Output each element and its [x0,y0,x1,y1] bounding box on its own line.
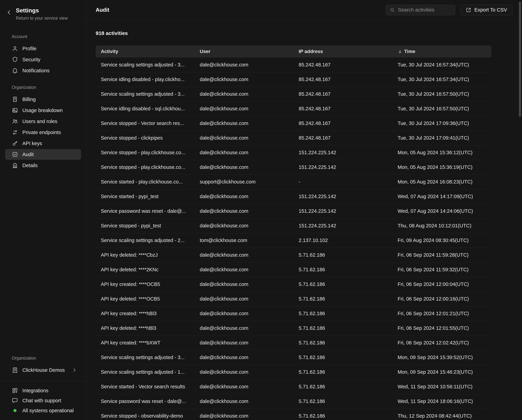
cell-activity: Service stopped - observability-demo [96,409,195,420]
sidebar-item-chat-with-support[interactable]: Chat with support [5,396,81,405]
sidebar-item-usage-breakdown[interactable]: Usage breakdown [5,105,81,116]
table-row[interactable]: API key created: ****OCB5dale@clickhouse… [96,277,491,292]
sidebar-item-security[interactable]: Security [5,54,81,65]
cell-time: Fri, 06 Sep 2024 12:00:04(UTC) [392,277,491,292]
table-row[interactable]: Service stopped - play.clickhouse.co...d… [96,160,491,175]
back-button[interactable] [6,9,13,16]
cell-ip: 5.71.62.186 [293,350,392,365]
cell-activity: API key deleted: ****OCB5 [96,292,195,306]
search-box[interactable] [386,5,455,15]
table-row[interactable]: API key deleted: ****OCB5dale@clickhouse… [96,292,491,306]
cell-user: dale@clickhouse.com [195,218,293,233]
cell-ip: 5.71.62.186 [293,292,392,306]
cell-user: dale@clickhouse.com [195,321,293,335]
sidebar-item-profile[interactable]: Profile [5,43,81,54]
sidebar-item-private-endpoints[interactable]: Private endpoints [5,127,81,138]
table-row[interactable]: Service idling disabled - sql.clickhou..… [96,101,491,116]
cell-user: dale@clickhouse.com [195,101,293,116]
table-row[interactable]: API key created: ****hBl3dale@clickhouse… [96,306,491,321]
col-time[interactable]: Time [392,46,491,57]
return-link[interactable]: Return to your service view [16,16,68,21]
sidebar-item-label: Users and roles [22,119,57,124]
cell-user: dale@clickhouse.com [195,409,293,420]
table-row[interactable]: Service scaling settings adjusted - 3...… [96,87,491,101]
cell-time: Mon, 05 Aug 2024 15:36:12(UTC) [392,145,491,160]
sidebar-item-label: API keys [22,141,42,146]
table-row[interactable]: Service stopped - observability-demodale… [96,409,491,420]
table-row[interactable]: Service idling disabled - play.clickho..… [96,72,491,87]
scrollbar[interactable] [519,2,521,117]
sidebar-item-audit[interactable]: Audit [5,149,81,160]
sidebar-item-details[interactable]: Details [5,160,81,171]
cell-ip: 85.242.48.167 [293,131,392,145]
search-input[interactable] [398,7,451,13]
table-row[interactable]: API key deleted: ****CbzJdale@clickhouse… [96,248,491,262]
cell-user: dale@clickhouse.com [195,189,293,204]
table-row[interactable]: Service started - play.clickhouse.co...s… [96,175,491,189]
cell-ip: 5.71.62.186 [293,365,392,379]
sidebar-item-label: Chat with support [22,398,61,404]
export-csv-button[interactable]: Export To CSV [461,5,512,15]
sidebar-item-notifications[interactable]: Notifications [5,65,81,76]
cell-ip: 85.242.48.167 [293,116,392,131]
cell-ip: - [293,175,392,189]
cell-user: dale@clickhouse.com [195,204,293,218]
sidebar-item-billing[interactable]: Billing [5,94,81,105]
cell-ip: 151.224.225.142 [293,204,392,218]
table-row[interactable]: Service scaling settings adjusted - 1...… [96,365,491,379]
cell-activity: Service scaling settings adjusted - 3... [96,57,195,72]
cell-user: dale@clickhouse.com [195,350,293,365]
sidebar-item-users-and-roles[interactable]: Users and roles [5,116,81,127]
cell-activity: Service scaling settings adjusted - 3... [96,350,195,365]
cell-user: dale@clickhouse.com [195,277,293,292]
cell-activity: API key created: ****hBl3 [96,306,195,321]
cell-time: Wed, 11 Sep 2024 10:56:11(UTC) [392,379,491,394]
table-row[interactable]: Service stopped - pypi_testdale@clickhou… [96,218,491,233]
table-row[interactable]: API key created: ****bXWTdale@clickhouse… [96,335,491,350]
sidebar-item-label: Security [22,57,40,62]
cell-time: Thu, 08 Aug 2024 10:12:01(UTC) [392,218,491,233]
cell-activity: API key deleted: ****2KNc [96,262,195,277]
table-row[interactable]: Service scaling settings adjusted - 2...… [96,233,491,248]
audit-table: Activity User IP address Time [96,46,491,420]
cell-ip: 5.71.62.186 [293,379,392,394]
cell-user: support@clickhouse.com [195,175,293,189]
cell-ip: 151.224.225.142 [293,218,392,233]
col-ip[interactable]: IP address [293,46,392,57]
sidebar-item-label: Private endpoints [22,130,61,135]
table-row[interactable]: Service scaling settings adjusted - 3...… [96,350,491,365]
table-row[interactable]: API key deleted: ****2KNcdale@clickhouse… [96,262,491,277]
cell-user: dale@clickhouse.com [195,145,293,160]
cell-ip: 85.242.48.167 [293,101,392,116]
table-row[interactable]: API key deleted: ****hBl3dale@clickhouse… [96,321,491,335]
cell-user: dale@clickhouse.com [195,306,293,321]
col-user[interactable]: User [195,46,293,57]
settings-heading: Settings Return to your service view [16,7,68,21]
sidebar-item-api-keys[interactable]: API keys [5,138,81,149]
cell-ip: 85.242.48.167 [293,87,392,101]
table-row[interactable]: Service scaling settings adjusted - 3...… [96,57,491,72]
org-switcher[interactable]: ClickHouse Demos [5,365,81,375]
sidebar-item-all-systems-operational[interactable]: All systems operational [5,405,81,416]
cell-time: Fri, 06 Sep 2024 11:59:32(UTC) [392,262,491,277]
sidebar-spacer [0,171,86,347]
table-row[interactable]: Service started - Vector search resultsd… [96,379,491,394]
table-row[interactable]: Service stopped - play.clickhouse.co...d… [96,145,491,160]
table-row[interactable]: Service stopped - clickpipesdale@clickho… [96,131,491,145]
cell-activity: Service scaling settings adjusted - 3... [96,87,195,101]
sidebar-item-integrations[interactable]: Integrations [5,386,81,396]
table-row[interactable]: Service stopped - Vector search res...da… [96,116,491,131]
usage-icon [12,107,18,114]
table-row[interactable]: Service started - pypi_testdale@clickhou… [96,189,491,204]
table-row[interactable]: Service password was reset - dale@...dal… [96,204,491,218]
table-row[interactable]: Service password was reset - dale@...dal… [96,394,491,409]
col-activity[interactable]: Activity [96,46,195,57]
cell-ip: 5.71.62.186 [293,409,392,420]
bell-icon [12,67,18,74]
integrations-icon [12,387,18,394]
cell-activity: Service started - play.clickhouse.co... [96,175,195,189]
cell-activity: Service scaling settings adjusted - 2... [96,233,195,248]
cell-time: Fri, 06 Sep 2024 12:00:16(UTC) [392,292,491,306]
status-dot [12,407,18,414]
cell-time: Tue, 30 Jul 2024 17:09:41(UTC) [392,131,491,145]
